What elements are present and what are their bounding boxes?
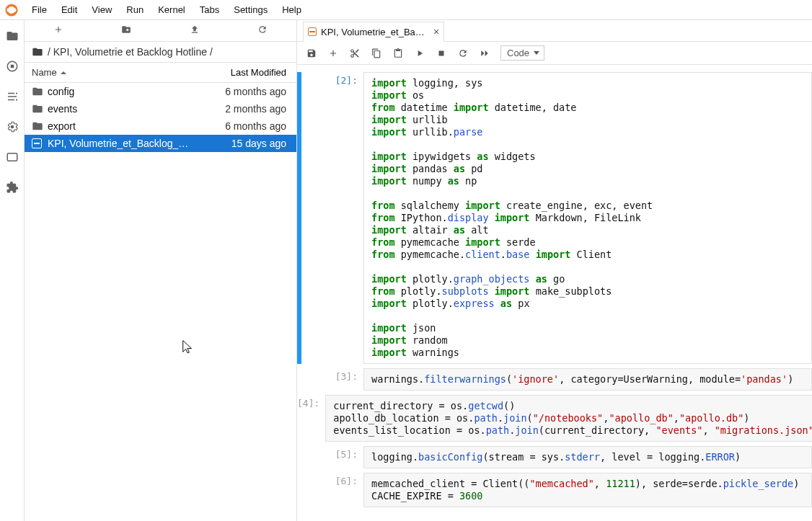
- upload-button[interactable]: [161, 25, 229, 37]
- menu-tabs[interactable]: Tabs: [193, 1, 226, 18]
- cell-prompt: [6]:: [301, 473, 363, 507]
- tab-label: KPI, Volumetrie_et_Backlog_H: [321, 27, 429, 37]
- svg-point-5: [10, 125, 14, 129]
- file-list-header: Name Last Modified: [25, 62, 296, 83]
- file-modified: 2 months ago: [195, 103, 289, 115]
- svg-rect-7: [439, 50, 444, 55]
- restart-run-all-button[interactable]: [479, 48, 490, 59]
- file-list: config6 months agoevents2 months agoexpo…: [25, 83, 296, 521]
- cell-prompt: [5]:: [301, 446, 363, 468]
- add-cell-button[interactable]: [327, 48, 339, 59]
- cell-prompt: [3]:: [301, 368, 363, 391]
- menu-run[interactable]: Run: [119, 1, 151, 18]
- jupyter-logo: [4, 3, 19, 17]
- run-button[interactable]: [414, 48, 425, 59]
- svg-rect-2: [10, 65, 14, 68]
- main-area: / KPI, Volumetrie et Backlog Hotline / N…: [0, 20, 812, 521]
- folder-icon: [32, 103, 45, 115]
- restart-button[interactable]: [457, 48, 469, 59]
- breadcrumb-path[interactable]: / KPI, Volumetrie et Backlog Hotline /: [48, 46, 213, 58]
- folder-row[interactable]: export6 months ago: [25, 117, 296, 135]
- code-editor[interactable]: warnings.filterwarnings('ignore', catego…: [363, 368, 812, 391]
- file-modified: 6 months ago: [195, 86, 289, 97]
- breadcrumb[interactable]: / KPI, Volumetrie et Backlog Hotline /: [25, 42, 296, 62]
- new-folder-button[interactable]: [92, 25, 160, 37]
- code-cell[interactable]: [3]:warnings.filterwarnings('ignore', ca…: [297, 368, 812, 391]
- file-modified: 15 days ago: [195, 138, 289, 149]
- activity-bar: [0, 20, 25, 521]
- code-cell[interactable]: [5]:logging.basicConfig(stream = sys.std…: [297, 446, 812, 468]
- cell-input[interactable]: logging.basicConfig(stream = sys.stderr,…: [363, 446, 812, 468]
- file-modified: 6 months ago: [195, 120, 289, 132]
- stop-button[interactable]: [436, 48, 447, 59]
- menu-edit[interactable]: Edit: [54, 1, 84, 18]
- svg-point-3: [15, 92, 17, 94]
- tabs-icon[interactable]: [5, 150, 19, 164]
- copy-button[interactable]: [371, 48, 382, 59]
- svg-point-4: [15, 99, 17, 100]
- code-cell[interactable]: [2]:import logging, sys import os from d…: [297, 72, 812, 364]
- menu-bar: FileEditViewRunKernelTabsSettingsHelp: [0, 0, 812, 20]
- folder-row[interactable]: config6 months ago: [25, 83, 296, 100]
- code-cell[interactable]: [6]:memcached_client = Client(("memcache…: [297, 473, 812, 507]
- menu-kernel[interactable]: Kernel: [151, 1, 193, 18]
- column-modified[interactable]: Last Modified: [203, 63, 296, 82]
- file-name: config: [45, 86, 195, 97]
- svg-rect-6: [7, 153, 17, 161]
- file-name: KPI, Volumetrie_et_Backlog_HOTLI…: [45, 138, 195, 149]
- menu-settings[interactable]: Settings: [226, 1, 275, 18]
- menu-view[interactable]: View: [84, 1, 119, 18]
- close-icon[interactable]: ×: [433, 26, 439, 37]
- cell-prompt: [2]:: [301, 72, 363, 364]
- cell-input[interactable]: import logging, sys import os from datet…: [363, 72, 812, 364]
- code-editor[interactable]: current_directory = os.getcwd() apollo_d…: [325, 395, 812, 442]
- file-name: events: [45, 103, 195, 115]
- property-inspector-icon[interactable]: [5, 120, 19, 134]
- extensions-icon[interactable]: [5, 180, 19, 195]
- cell-input[interactable]: memcached_client = Client(("memcached", …: [363, 473, 812, 507]
- cell-prompt: [4]:: [297, 395, 325, 442]
- paste-button[interactable]: [392, 48, 404, 59]
- notebook-toolbar: Code: [297, 42, 812, 65]
- code-editor[interactable]: memcached_client = Client(("memcached", …: [363, 473, 812, 507]
- filebrowser-icon[interactable]: [5, 29, 19, 43]
- notebook-tab[interactable]: KPI, Volumetrie_et_Backlog_H ×: [303, 22, 444, 42]
- cell-input[interactable]: current_directory = os.getcwd() apollo_d…: [325, 395, 812, 442]
- notebook: [2]:import logging, sys import os from d…: [297, 65, 812, 521]
- code-cell[interactable]: [4]:current_directory = os.getcwd() apol…: [297, 395, 812, 442]
- file-browser: / KPI, Volumetrie et Backlog Hotline / N…: [25, 20, 297, 521]
- code-editor[interactable]: import logging, sys import os from datet…: [363, 72, 812, 364]
- save-button[interactable]: [306, 48, 317, 59]
- notebook-icon: [308, 27, 317, 36]
- code-editor[interactable]: logging.basicConfig(stream = sys.stderr,…: [363, 446, 812, 468]
- file-browser-toolbar: [25, 20, 296, 42]
- menu-help[interactable]: Help: [275, 1, 309, 18]
- commands-icon[interactable]: [5, 89, 19, 104]
- cell-input[interactable]: warnings.filterwarnings('ignore', catego…: [363, 368, 812, 391]
- file-name: export: [45, 120, 195, 132]
- notebook-icon: [32, 138, 45, 148]
- notebook-row[interactable]: KPI, Volumetrie_et_Backlog_HOTLI…15 days…: [25, 135, 296, 152]
- new-launcher-button[interactable]: [25, 25, 92, 37]
- running-icon[interactable]: [5, 59, 19, 74]
- menu-file[interactable]: File: [25, 1, 54, 18]
- folder-icon: [32, 120, 45, 132]
- column-name[interactable]: Name: [25, 63, 203, 82]
- folder-icon: [32, 86, 45, 97]
- cell-type-select[interactable]: Code: [500, 45, 544, 61]
- editor-area: KPI, Volumetrie_et_Backlog_H × Code [2]:…: [297, 20, 812, 521]
- cut-button[interactable]: [349, 48, 361, 59]
- refresh-button[interactable]: [229, 25, 296, 37]
- tab-bar: KPI, Volumetrie_et_Backlog_H ×: [297, 20, 812, 42]
- folder-row[interactable]: events2 months ago: [25, 100, 296, 117]
